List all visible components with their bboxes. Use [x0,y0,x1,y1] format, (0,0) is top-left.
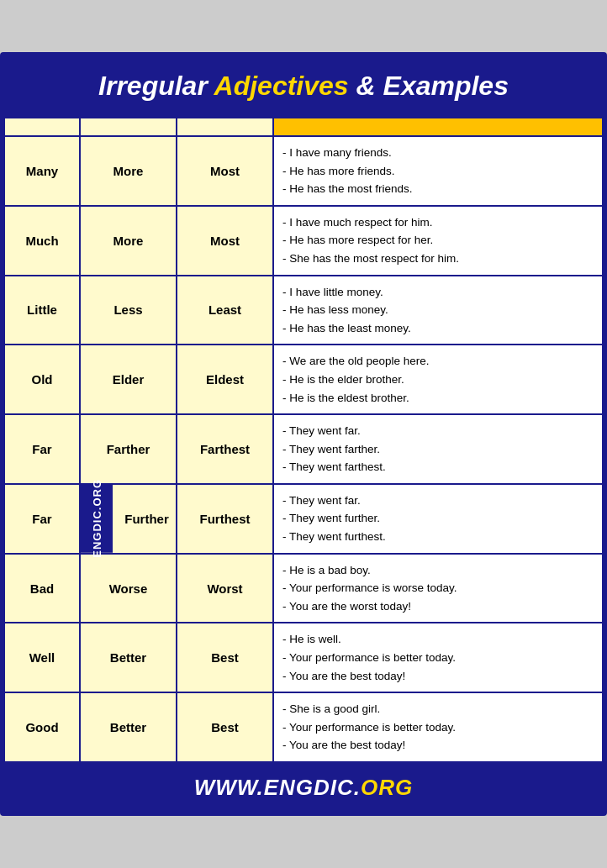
table-row: OldElderEldest- We are the old people he… [4,345,603,414]
header-comparative [80,118,177,136]
example-line: - They went furthest. [282,530,386,543]
page-title: Irregular Adjectives & Examples [17,71,590,102]
footer-org: ORG [361,775,413,800]
watermark: ENGDIC.ORG [81,485,113,553]
table-row: WellBetterBest- He is well.- Your perfor… [4,623,603,692]
cell-superlative: Least [177,276,273,345]
cell-superlative: Most [177,206,273,276]
cell-superlative: Furthest [177,484,273,554]
cell-comparative: Better [80,692,177,762]
card: Irregular Adjectives & Examples ManyMore… [0,52,607,816]
example-line: - You are the best today! [282,670,405,682]
example-line: - I have much respect for him. [282,216,433,229]
cell-examples: - They went far.- They went farther.- Th… [273,414,603,484]
example-line: - They went farther. [282,443,380,455]
footer-www: WWW.ENGDIC. [194,775,361,800]
cell-examples: - He is well.- Your performance is bette… [273,623,603,692]
footer-bar: WWW.ENGDIC.ORG [3,763,604,813]
table-row: MuchMoreMost- I have much respect for hi… [4,206,603,276]
cell-comparative: Worse [80,554,177,623]
cell-positive: Far [4,484,80,554]
cell-comparative: More [80,136,177,206]
cell-examples: - He is a bad boy.- Your performance is … [273,554,603,623]
adjectives-table: ManyMoreMost- I have many friends.- He h… [3,117,604,763]
cell-comparative: Better [80,623,177,692]
table-row: FarFartherFarthest- They went far.- They… [4,414,603,484]
example-line: - Your performance is better today. [282,721,456,734]
title-part1: Irregular [98,71,214,101]
example-line: - He has more friends. [282,165,395,177]
example-line: - He is the eldest brother. [282,392,409,404]
cell-positive: Good [4,692,80,762]
cell-positive: Old [4,345,80,414]
example-line: - I have many friends. [282,146,392,159]
example-line: - She has the most respect for him. [282,252,459,265]
cell-positive: Far [4,414,80,484]
cell-comparative: Farther [80,414,177,484]
cell-examples: - I have many friends.- He has more frie… [273,136,603,206]
cell-comparative: Elder [80,345,177,414]
example-line: - He is a bad boy. [282,564,371,576]
example-line: - They went farthest. [282,460,386,473]
cell-superlative: Farthest [177,414,273,484]
cell-comparative: Less [80,276,177,345]
table-row: GoodBetterBest- She is a good girl.- You… [4,692,603,762]
table-row: ManyMoreMost- I have many friends.- He h… [4,136,603,206]
cell-positive: Little [4,276,80,345]
cell-positive: Bad [4,554,80,623]
example-line: - You are the worst today! [282,600,411,613]
example-line: - We are the old people here. [282,355,430,367]
footer-text: WWW.ENGDIC.ORG [194,775,414,800]
table-row: FarENGDIC.ORGFurtherFurthest- They went … [4,484,603,554]
cell-superlative: Most [177,136,273,206]
example-line: - They went further. [282,512,380,524]
cell-examples: - We are the old people here.- He is the… [273,345,603,414]
table-header-row [4,118,603,136]
header-examples [273,118,603,136]
header-superlative [177,118,273,136]
example-line: - He has the most friends. [282,182,413,195]
cell-examples: - She is a good girl.- Your performance … [273,692,603,762]
table-row: BadWorseWorst- He is a bad boy.- Your pe… [4,554,603,623]
example-line: - He has less money. [282,303,388,316]
cell-comparative: ENGDIC.ORGFurther [80,484,177,554]
example-line: - She is a good girl. [282,702,380,715]
cell-positive: Well [4,623,80,692]
example-line: - He has the least money. [282,322,411,334]
cell-comparative: More [80,206,177,276]
cell-examples: - I have little money.- He has less mone… [273,276,603,345]
example-line: - You are the best today! [282,739,405,751]
cell-superlative: Best [177,692,273,762]
cell-superlative: Worst [177,554,273,623]
cell-superlative: Eldest [177,345,273,414]
example-line: - He is the elder brother. [282,373,404,386]
example-line: - He has more respect for her. [282,234,433,246]
cell-positive: Many [4,136,80,206]
cell-examples: - They went far.- They went further.- Th… [273,484,603,554]
cell-examples: - I have much respect for him.- He has m… [273,206,603,276]
example-line: - They went far. [282,494,361,507]
cell-positive: Much [4,206,80,276]
title-bar: Irregular Adjectives & Examples [3,55,604,117]
title-adjectives: Adjectives [214,71,349,101]
example-line: - He is well. [282,633,341,645]
example-line: - Your performance is better today. [282,651,456,664]
example-line: - Your performance is worse today. [282,581,457,594]
cell-superlative: Best [177,623,273,692]
example-line: - I have little money. [282,286,383,298]
example-line: - They went far. [282,424,361,437]
table-row: LittleLessLeast- I have little money.- H… [4,276,603,345]
title-part3: & Examples [349,71,509,101]
header-positive [4,118,80,136]
